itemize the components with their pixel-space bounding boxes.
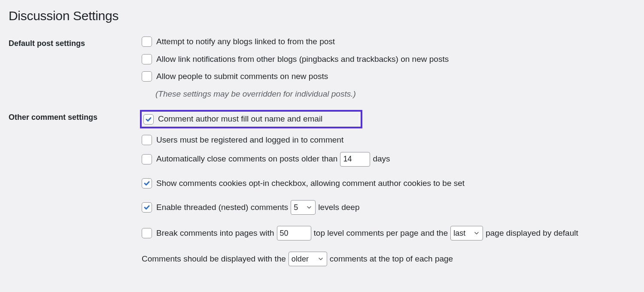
auto-close-checkbox[interactable] bbox=[142, 154, 152, 164]
auto-close-pre-text: Automatically close comments on posts ol… bbox=[156, 153, 337, 165]
paginate-perpage-input[interactable] bbox=[277, 226, 311, 240]
threaded-pre-text: Enable threaded (nested) comments bbox=[156, 202, 288, 213]
paginate-mid-text: top level comments per page and the bbox=[314, 228, 448, 239]
notify-blogs-text: Attempt to notify any blogs linked to fr… bbox=[156, 36, 335, 48]
notify-blogs-label[interactable]: Attempt to notify any blogs linked to fr… bbox=[142, 36, 335, 48]
cookies-optin-checkbox[interactable] bbox=[142, 178, 152, 189]
section-heading-default-post: Default post settings bbox=[9, 36, 142, 110]
order-select[interactable]: older bbox=[289, 252, 327, 266]
require-name-email-checkbox[interactable] bbox=[143, 114, 154, 125]
threaded-checkbox[interactable] bbox=[142, 202, 152, 213]
allow-comments-label[interactable]: Allow people to submit comments on new p… bbox=[142, 71, 328, 82]
override-hint: (These settings may be overridden for in… bbox=[155, 88, 635, 100]
require-registered-checkbox[interactable] bbox=[142, 135, 152, 145]
cookies-optin-label[interactable]: Show comments cookies opt-in checkbox, a… bbox=[142, 178, 465, 189]
order-pre-text: Comments should be displayed with the bbox=[142, 253, 286, 265]
auto-close-label[interactable]: Automatically close comments on posts ol… bbox=[142, 153, 337, 165]
require-registered-text: Users must be registered and logged in t… bbox=[156, 134, 343, 146]
order-post-text: comments at the top of each page bbox=[330, 253, 453, 265]
checkmark-icon bbox=[143, 204, 150, 211]
paginate-defaultpage-select[interactable]: last bbox=[450, 226, 483, 240]
paginate-checkbox[interactable] bbox=[142, 228, 152, 238]
allow-comments-text: Allow people to submit comments on new p… bbox=[156, 71, 328, 82]
allow-pingbacks-text: Allow link notifications from other blog… bbox=[156, 54, 449, 65]
allow-comments-checkbox[interactable] bbox=[142, 71, 152, 82]
checkmark-icon bbox=[145, 116, 152, 123]
require-registered-label[interactable]: Users must be registered and logged in t… bbox=[142, 134, 343, 146]
allow-pingbacks-label[interactable]: Allow link notifications from other blog… bbox=[142, 54, 449, 65]
paginate-post-text: page displayed by default bbox=[486, 228, 578, 239]
require-name-email-highlight: Comment author must fill out name and em… bbox=[140, 110, 362, 128]
paginate-pre-text: Break comments into pages with bbox=[156, 228, 274, 239]
page-title: Discussion Settings bbox=[9, 9, 635, 23]
paginate-label[interactable]: Break comments into pages with bbox=[142, 228, 274, 239]
threaded-post-text: levels deep bbox=[318, 202, 359, 213]
notify-blogs-checkbox[interactable] bbox=[142, 36, 152, 47]
section-heading-other-comment: Other comment settings bbox=[9, 110, 142, 288]
auto-close-days-input[interactable] bbox=[340, 152, 370, 167]
threaded-label[interactable]: Enable threaded (nested) comments bbox=[142, 202, 288, 213]
require-name-email-text: Comment author must fill out name and em… bbox=[158, 113, 322, 125]
cookies-optin-text: Show comments cookies opt-in checkbox, a… bbox=[156, 178, 465, 189]
threaded-depth-select[interactable]: 5 bbox=[291, 200, 316, 215]
checkmark-icon bbox=[143, 180, 150, 187]
auto-close-post-text: days bbox=[373, 153, 390, 165]
allow-pingbacks-checkbox[interactable] bbox=[142, 54, 152, 64]
